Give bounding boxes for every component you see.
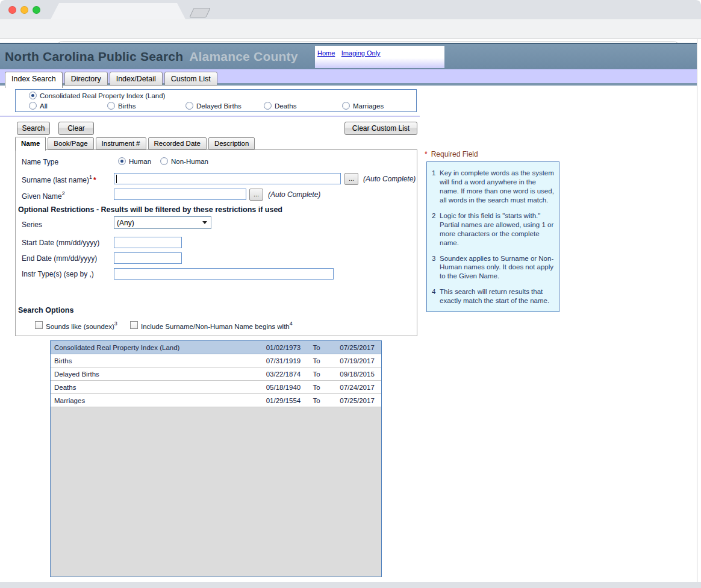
row-to-label: To <box>313 371 340 378</box>
browser-window: ← → ↻ North Carolina Public SearchAlaman… <box>0 0 701 588</box>
surname-label: Surname (last name)1* <box>22 175 96 184</box>
county-title-text: Alamance County <box>189 49 298 63</box>
row-to-date: 07/24/2017 <box>340 384 381 391</box>
radio-icon <box>107 102 115 110</box>
radio-human[interactable]: Human <box>118 157 151 165</box>
surname-autocomplete-note: (Auto Complete) <box>363 175 416 183</box>
end-date-label: End Date (mm/dd/yyyy) <box>22 254 97 263</box>
end-date-input[interactable] <box>114 252 182 264</box>
radio-label: Delayed Births <box>196 102 241 110</box>
chevron-down-icon <box>202 221 207 224</box>
radio-icon <box>118 157 126 165</box>
given-name-input[interactable] <box>114 189 246 200</box>
row-to-label: To <box>313 397 340 404</box>
radio-label: Marriages <box>353 102 384 110</box>
begins-with-checkbox-item[interactable]: Include Surname/Non-Human Name begins wi… <box>130 321 293 330</box>
row-from-date: 01/02/1973 <box>266 344 313 351</box>
minimize-window-button[interactable] <box>20 6 28 14</box>
radio-icon <box>185 102 193 110</box>
row-name: Marriages <box>51 397 266 404</box>
radio-all[interactable]: All <box>29 102 48 110</box>
radio-delayed-births[interactable]: Delayed Births <box>185 102 241 110</box>
tab-book-page[interactable]: Book/Page <box>48 137 93 149</box>
maximize-window-button[interactable] <box>33 6 40 14</box>
tab-custom-list[interactable]: Custom List <box>164 72 217 86</box>
name-type-label: Name Type <box>22 158 58 166</box>
row-name: Delayed Births <box>51 371 266 378</box>
radio-label: Non-Human <box>171 158 208 165</box>
radio-non-human[interactable]: Non-Human <box>160 157 208 165</box>
search-button[interactable]: Search <box>17 122 50 135</box>
table-row-deaths[interactable]: Deaths 05/18/1940 To 07/24/2017 <box>51 381 381 394</box>
row-to-date: 07/25/2017 <box>340 397 381 404</box>
series-label: Series <box>22 220 42 229</box>
series-selected-value: (Any) <box>117 219 134 227</box>
series-select[interactable]: (Any) <box>114 216 211 229</box>
page-title: North Carolina Public SearchAlamance Cou… <box>5 49 298 64</box>
radio-icon <box>160 157 168 165</box>
begins-with-label: Include Surname/Non-Human Name begins wi… <box>141 321 293 330</box>
record-type-box: Consolidated Real Property Index (Land) … <box>15 89 417 112</box>
row-to-label: To <box>313 357 340 364</box>
tab-directory[interactable]: Directory <box>64 72 108 86</box>
checkbox-icon <box>35 321 43 329</box>
table-row-consolidated[interactable]: Consolidated Real Property Index (Land) … <box>51 341 381 354</box>
new-tab-button[interactable] <box>189 8 210 17</box>
row-name: Consolidated Real Property Index (Land) <box>51 344 266 351</box>
row-to-label: To <box>313 344 340 351</box>
instr-types-input[interactable] <box>114 268 334 280</box>
browser-tab[interactable] <box>51 3 185 19</box>
row-to-date: 07/25/2017 <box>340 344 381 351</box>
radio-marriages[interactable]: Marriages <box>342 102 384 110</box>
imaging-only-link[interactable]: Imaging Only <box>341 49 381 57</box>
given-name-lookup-button[interactable]: ... <box>249 189 263 201</box>
tab-recorded-date[interactable]: Recorded Date <box>148 137 207 149</box>
divider-line <box>0 116 420 117</box>
help-note: 2Logic for this field is "starts with." … <box>432 211 554 248</box>
row-name: Births <box>51 357 266 364</box>
optional-restrictions-heading: Optional Restrictions - Results will be … <box>18 205 282 214</box>
soundex-checkbox-item[interactable]: Sounds like (soundex)3 <box>35 321 117 330</box>
radio-label: Human <box>129 158 151 165</box>
surname-input[interactable] <box>114 173 341 184</box>
tab-description[interactable]: Description <box>208 137 255 149</box>
start-date-label: Start Date (mm/dd/yyyy) <box>22 239 99 247</box>
radio-births[interactable]: Births <box>107 102 136 110</box>
radio-label: Births <box>118 102 136 110</box>
site-title-text: North Carolina Public Search <box>5 49 183 63</box>
window-right-edge <box>697 39 697 582</box>
surname-lookup-button[interactable]: ... <box>344 173 358 185</box>
radio-icon <box>29 102 37 110</box>
given-name-autocomplete-note: (Auto Complete) <box>268 190 320 199</box>
start-date-input[interactable] <box>114 237 182 248</box>
row-from-date: 05/18/1940 <box>266 384 313 391</box>
radio-icon <box>264 102 272 110</box>
clear-button[interactable]: Clear <box>58 122 94 135</box>
table-row-marriages[interactable]: Marriages 01/29/1554 To 07/25/2017 <box>51 394 381 407</box>
clear-custom-list-button[interactable]: Clear Custom List <box>344 122 417 135</box>
name-search-panel: Name Type Human Non-Human Surname (last … <box>15 149 417 336</box>
row-to-label: To <box>313 384 340 391</box>
radio-label: Consolidated Real Property Index (Land) <box>40 92 165 99</box>
radio-consolidated-real-property[interactable]: Consolidated Real Property Index (Land) <box>29 92 165 99</box>
tab-index-search[interactable]: Index Search <box>5 72 63 88</box>
window-bottom-edge <box>0 582 701 588</box>
given-name-label: Given Name2 <box>22 191 65 201</box>
tab-index-detail[interactable]: Index/Detail <box>110 72 163 86</box>
help-notes-box: 1Key in complete words as the system wil… <box>426 161 559 312</box>
table-row-delayed-births[interactable]: Delayed Births 03/22/1874 To 09/18/2015 <box>51 367 381 381</box>
radio-deaths[interactable]: Deaths <box>264 102 296 110</box>
required-asterisk: * <box>93 176 96 184</box>
tab-instrument-number[interactable]: Instrument # <box>96 137 146 149</box>
main-tabs: Index Search Directory Index/Detail Cust… <box>5 72 219 86</box>
search-options-heading: Search Options <box>18 306 73 314</box>
row-from-date: 01/29/1554 <box>266 397 313 404</box>
close-window-button[interactable] <box>8 6 16 14</box>
row-name: Deaths <box>51 384 266 391</box>
browser-navbar: ← → ↻ <box>0 19 701 39</box>
home-link[interactable]: Home <box>317 49 335 57</box>
tab-name[interactable]: Name <box>15 137 46 151</box>
date-range-table: Consolidated Real Property Index (Land) … <box>50 340 382 577</box>
required-field-note: *Required Field <box>425 150 478 158</box>
table-row-births[interactable]: Births 07/31/1919 To 07/19/2017 <box>51 354 381 367</box>
